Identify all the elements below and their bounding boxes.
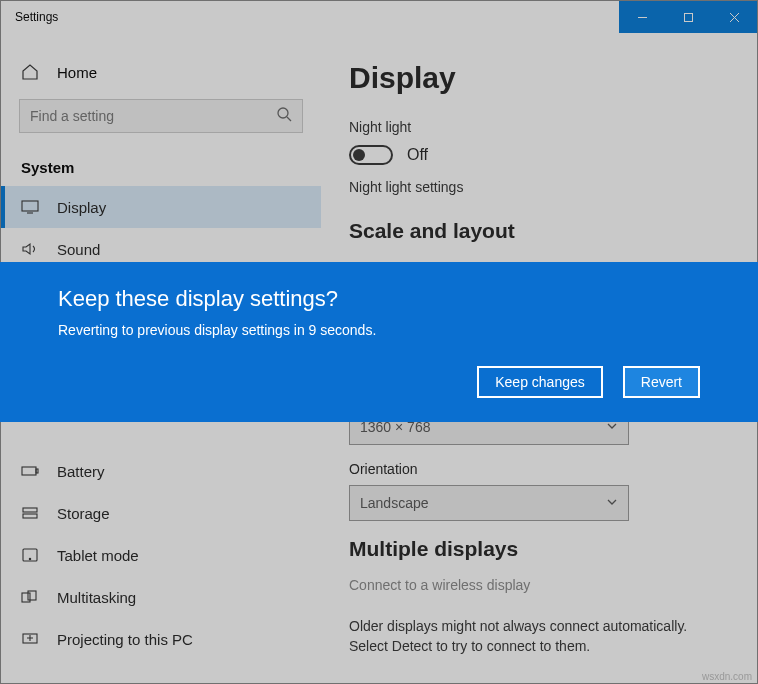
keep-changes-button[interactable]: Keep changes: [477, 366, 603, 398]
confirm-dialog: Keep these display settings? Reverting t…: [0, 262, 758, 422]
revert-button[interactable]: Revert: [623, 366, 700, 398]
dialog-body: Reverting to previous display settings i…: [58, 322, 700, 338]
watermark: wsxdn.com: [702, 671, 752, 682]
dialog-title: Keep these display settings?: [58, 286, 700, 312]
dialog-body-suffix: seconds.: [320, 322, 376, 338]
dialog-body-prefix: Reverting to previous display settings i…: [58, 322, 309, 338]
dialog-buttons: Keep changes Revert: [58, 366, 700, 398]
dialog-countdown: 9: [309, 322, 317, 338]
